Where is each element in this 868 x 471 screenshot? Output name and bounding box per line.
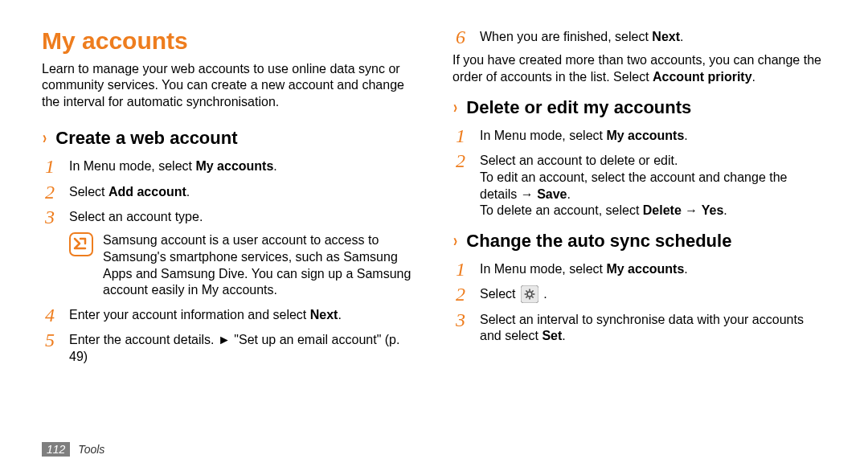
note-icon [69, 232, 93, 256]
step-number: 4 [42, 305, 58, 326]
step-text: Select Add account. [69, 182, 416, 201]
step-number: 3 [452, 310, 469, 330]
step: 1In Menu mode, select My accounts. [452, 260, 826, 280]
steps-create-account-b: 4Enter your account information and sele… [42, 305, 416, 366]
steps-create-account-a: 1In Menu mode, select My accounts.2Selec… [42, 157, 416, 227]
footer-section: Tools [78, 443, 104, 456]
section-create-web-account: › Create a web account [42, 128, 416, 149]
step-number: 2 [42, 182, 58, 203]
step-text: Select . [480, 285, 826, 304]
step-text: Enter your account information and selec… [69, 305, 416, 324]
steps-delete-edit: 1In Menu mode, select My accounts.2Selec… [452, 126, 826, 219]
page-number: 112 [42, 442, 70, 457]
step-text: Enter the account details. ► "Set up an … [69, 330, 416, 366]
step-number: 1 [42, 157, 58, 177]
step-number: 1 [452, 260, 469, 280]
step: 4Enter your account information and sele… [42, 305, 416, 326]
step-text: In Menu mode, select My accounts. [480, 260, 826, 278]
step-text: When you are finished, select Next. [480, 27, 826, 46]
section-title: Delete or edit my accounts [466, 97, 691, 118]
page-title: My accounts [42, 27, 416, 55]
steps-auto-sync: 1In Menu mode, select My accounts.2Selec… [452, 260, 826, 345]
step-text: Select an account to delete or edit.To e… [480, 151, 826, 219]
step-text: Select an interval to synchronise data w… [480, 310, 826, 346]
section-delete-edit: › Delete or edit my accounts [452, 97, 826, 118]
svg-rect-0 [70, 233, 92, 256]
note-block: Samsung account is a user account to acc… [69, 232, 416, 299]
step-text: In Menu mode, select My accounts. [480, 126, 826, 145]
step-text: In Menu mode, select My accounts. [69, 157, 416, 175]
section-title: Change the auto sync schedule [466, 231, 731, 252]
step: 2Select . [452, 285, 826, 305]
step: 6When you are finished, select Next. [452, 27, 826, 47]
chevron-right-icon: › [453, 232, 457, 250]
page-footer: 112 Tools [42, 442, 104, 457]
svg-rect-1 [521, 285, 538, 303]
section-auto-sync: › Change the auto sync schedule [452, 231, 826, 252]
step: 2Select an account to delete or edit.To … [452, 151, 826, 219]
gear-icon [521, 285, 538, 303]
section-title: Create a web account [55, 128, 237, 149]
chevron-right-icon: › [43, 129, 47, 147]
account-priority-note: If you have created more than two accoun… [452, 52, 826, 86]
steps-continued: 6When you are finished, select Next. [452, 27, 826, 47]
step: 1In Menu mode, select My accounts. [42, 157, 416, 177]
step-number: 3 [42, 207, 58, 227]
step-number: 2 [452, 285, 469, 305]
step: 1In Menu mode, select My accounts. [452, 126, 826, 146]
step-number: 6 [452, 27, 469, 47]
intro-text: Learn to manage your web accounts to use… [42, 61, 416, 110]
step: 2Select Add account. [42, 182, 416, 203]
chevron-right-icon: › [453, 99, 457, 117]
step-text: Select an account type. [69, 207, 416, 226]
step-number: 1 [452, 126, 469, 146]
note-text: Samsung account is a user account to acc… [103, 232, 416, 299]
step: 5Enter the account details. ► "Set up an… [42, 330, 416, 366]
step-number: 2 [452, 151, 469, 171]
step-number: 5 [42, 330, 58, 350]
step: 3Select an account type. [42, 207, 416, 227]
step: 3Select an interval to synchronise data … [452, 310, 826, 346]
